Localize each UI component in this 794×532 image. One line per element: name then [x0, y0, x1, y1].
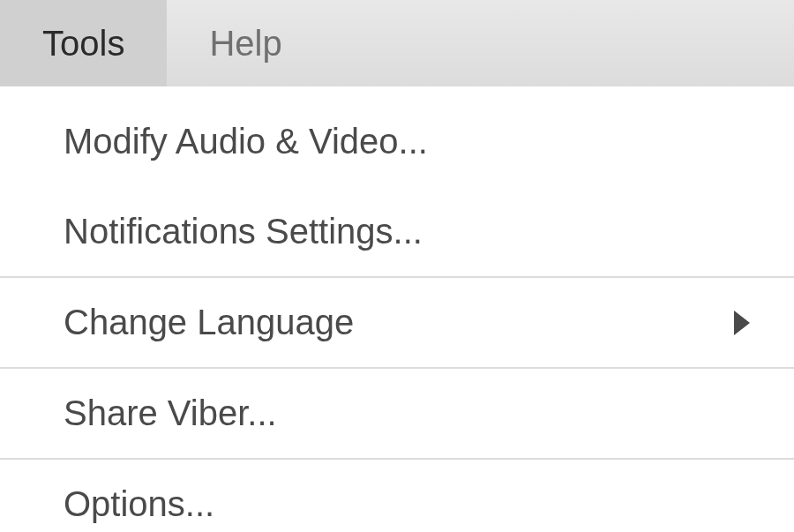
- menubar-item-tools[interactable]: Tools: [0, 0, 167, 86]
- menu-item-notifications-settings[interactable]: Notifications Settings...: [0, 187, 794, 278]
- menu-item-label: Share Viber...: [64, 393, 776, 433]
- menu-item-label: Notifications Settings...: [64, 212, 776, 251]
- menu-item-label: Modify Audio & Video...: [64, 122, 776, 161]
- tools-dropdown: Modify Audio & Video... Notifications Se…: [0, 86, 794, 532]
- menu-item-modify-audio-video[interactable]: Modify Audio & Video...: [0, 86, 794, 187]
- menubar-item-help[interactable]: Help: [167, 0, 324, 86]
- menubar: Tools Help: [0, 0, 794, 86]
- menubar-item-label: Help: [209, 24, 281, 64]
- menubar-item-label: Tools: [42, 24, 124, 64]
- menu-item-label: Options...: [64, 484, 776, 524]
- menu-item-share-viber[interactable]: Share Viber...: [0, 369, 794, 460]
- menu-item-options[interactable]: Options...: [0, 460, 794, 532]
- menu-item-label: Change Language: [64, 303, 734, 342]
- menu-item-change-language[interactable]: Change Language: [0, 278, 794, 369]
- submenu-arrow-icon: [734, 311, 750, 335]
